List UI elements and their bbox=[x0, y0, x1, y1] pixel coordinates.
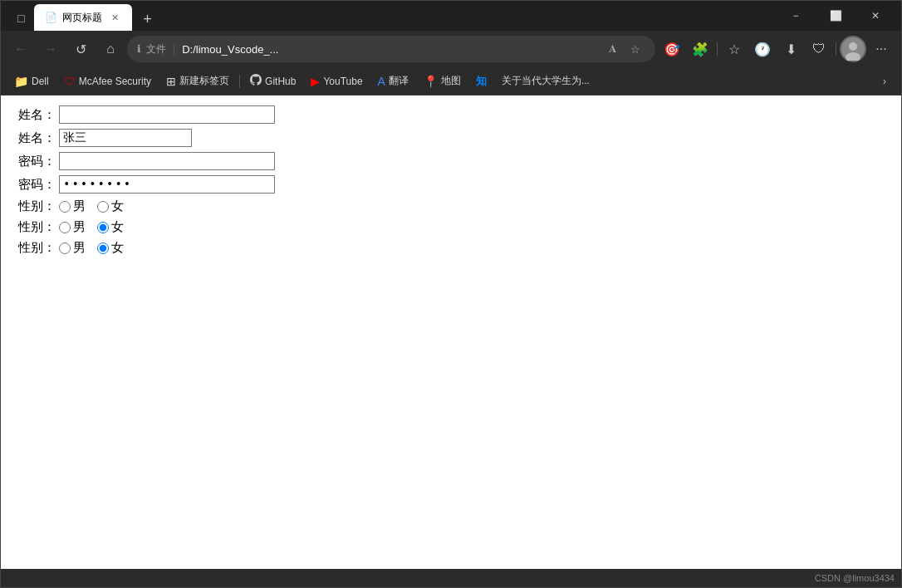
input-name-filled[interactable] bbox=[59, 129, 192, 147]
titlebar: □ 📄 网页标题 ✕ + − ⬜ ✕ bbox=[1, 1, 901, 31]
form-row-gender-3: 性别： 男 女 bbox=[14, 240, 888, 256]
svg-point-1 bbox=[849, 42, 857, 51]
tab-icon-inactive: □ bbox=[17, 12, 24, 25]
profile-avatar bbox=[841, 37, 865, 61]
maps-icon: 📍 bbox=[424, 75, 438, 88]
radio-female-1-label[interactable]: 女 bbox=[97, 198, 124, 214]
forward-button[interactable]: → bbox=[37, 36, 64, 62]
bookmark-zhihu[interactable]: 知 bbox=[469, 71, 493, 92]
read-aloud-button[interactable]: 𝐀 bbox=[602, 39, 622, 59]
bookmark-article-label: 关于当代大学生为... bbox=[502, 74, 590, 88]
label-gender-2: 性别： bbox=[14, 219, 56, 235]
newtab-icon: ⊞ bbox=[166, 75, 176, 88]
bookmark-newtab-label: 新建标签页 bbox=[179, 74, 229, 88]
label-gender-1: 性别： bbox=[14, 198, 56, 214]
radio-male-3-label[interactable]: 男 bbox=[59, 240, 86, 256]
address-divider: | bbox=[173, 43, 175, 55]
nav-actions: 🎯 🧩 ☆ 🕐 ⬇ 🛡 ··· bbox=[659, 36, 895, 62]
label-gender-3: 性别： bbox=[14, 240, 56, 256]
mcafee-icon: 🛡 bbox=[64, 75, 76, 88]
refresh-button[interactable]: ↺ bbox=[67, 36, 94, 62]
bookmark-newtab[interactable]: ⊞ 新建标签页 bbox=[159, 71, 236, 91]
label-name-1: 姓名： bbox=[14, 107, 56, 123]
radio-male-2-label[interactable]: 男 bbox=[59, 219, 86, 235]
address-text: D:/limou_Vscode_... bbox=[182, 43, 597, 56]
form-row-gender-2: 性别： 男 女 bbox=[14, 219, 888, 235]
radio-female-2-label[interactable]: 女 bbox=[97, 219, 124, 235]
radio-female-3-label[interactable]: 女 bbox=[97, 240, 124, 256]
downloads-button[interactable]: ⬇ bbox=[777, 36, 804, 62]
collections-button[interactable]: 🎯 bbox=[659, 36, 685, 62]
radio-male-2[interactable] bbox=[59, 222, 71, 233]
input-password-filled[interactable] bbox=[59, 175, 275, 194]
translate-icon: A bbox=[378, 75, 385, 88]
radio-group-1: 男 女 bbox=[59, 198, 132, 214]
nav-divider bbox=[717, 42, 718, 56]
address-bar[interactable]: ℹ 文件 | D:/limou_Vscode_... 𝐀 ☆ bbox=[127, 36, 655, 62]
radio-group-3: 男 女 bbox=[59, 240, 132, 256]
close-button[interactable]: ✕ bbox=[856, 3, 895, 28]
info-icon: ℹ bbox=[137, 43, 141, 55]
tab-close-button[interactable]: ✕ bbox=[107, 10, 122, 25]
input-name-empty[interactable] bbox=[59, 105, 275, 124]
extensions-button[interactable]: 🧩 bbox=[687, 36, 713, 62]
female-label-2: 女 bbox=[111, 219, 124, 235]
tab-favicon: 📄 bbox=[44, 11, 57, 24]
zhihu-icon: 知 bbox=[476, 74, 487, 89]
bookmark-github-label: GitHub bbox=[265, 76, 296, 87]
titlebar-tabs: □ 📄 网页标题 ✕ + bbox=[7, 1, 770, 31]
bookmark-translate[interactable]: A 翻译 bbox=[371, 71, 415, 91]
radio-male-3[interactable] bbox=[59, 243, 71, 254]
github-icon bbox=[250, 74, 262, 88]
restore-button[interactable]: ⬜ bbox=[816, 3, 855, 28]
address-file-label: 文件 bbox=[146, 42, 166, 56]
bookmark-github[interactable]: GitHub bbox=[243, 71, 302, 91]
nav-divider-2 bbox=[836, 42, 836, 56]
status-text: CSDN @limou3434 bbox=[815, 573, 895, 583]
input-password-empty[interactable] bbox=[59, 152, 275, 170]
navbar: ← → ↺ ⌂ ℹ 文件 | D:/limou_Vscode_... 𝐀 ☆ 🎯… bbox=[1, 31, 901, 67]
bookmarks-bar: 📁 Dell 🛡 McAfee Security ⊞ 新建标签页 GitHub … bbox=[1, 67, 901, 96]
male-label-1: 男 bbox=[73, 198, 86, 214]
window-controls: − ⬜ ✕ bbox=[777, 3, 895, 28]
back-button[interactable]: ← bbox=[7, 36, 34, 62]
profile-button[interactable] bbox=[840, 36, 866, 62]
minimize-button[interactable]: − bbox=[777, 3, 815, 28]
form-row-name-filled: 姓名： bbox=[14, 129, 888, 147]
bookmarks-more-button[interactable]: › bbox=[875, 71, 895, 91]
male-label-3: 男 bbox=[73, 240, 86, 256]
bookmark-youtube[interactable]: ▶ YouTube bbox=[304, 71, 369, 91]
tab-inactive[interactable]: □ bbox=[7, 6, 34, 31]
bookmark-mcafee[interactable]: 🛡 McAfee Security bbox=[57, 71, 158, 91]
tab-active[interactable]: 📄 网页标题 ✕ bbox=[34, 4, 132, 31]
radio-male-1[interactable] bbox=[59, 201, 71, 213]
browser-essentials-button[interactable]: 🛡 bbox=[806, 36, 832, 62]
bookmark-dell[interactable]: 📁 Dell bbox=[7, 71, 56, 91]
radio-male-1-label[interactable]: 男 bbox=[59, 198, 86, 214]
page-content: 姓名： 姓名： 密码： 密码： 性别： 男 bbox=[1, 96, 901, 569]
home-button[interactable]: ⌂ bbox=[97, 36, 124, 62]
radio-female-2[interactable] bbox=[97, 222, 109, 233]
female-label-3: 女 bbox=[111, 240, 124, 256]
form-row-name-empty: 姓名： bbox=[14, 105, 888, 124]
label-password-2: 密码： bbox=[14, 177, 56, 193]
bookmark-maps[interactable]: 📍 地图 bbox=[417, 71, 468, 91]
bookmark-dell-label: Dell bbox=[32, 76, 49, 87]
label-name-2: 姓名： bbox=[14, 130, 56, 146]
favorites-bar-button[interactable]: ☆ bbox=[721, 36, 748, 62]
bookmark-article[interactable]: 关于当代大学生为... bbox=[495, 71, 596, 91]
settings-more-button[interactable]: ··· bbox=[868, 36, 895, 62]
bookmark-mcafee-label: McAfee Security bbox=[79, 76, 151, 87]
statusbar: CSDN @limou3434 bbox=[1, 569, 901, 587]
tab-title: 网页标题 bbox=[62, 11, 102, 25]
dell-icon: 📁 bbox=[14, 75, 28, 88]
bookmark-translate-label: 翻译 bbox=[389, 74, 409, 88]
bookmark-divider bbox=[239, 75, 240, 88]
bookmark-maps-label: 地图 bbox=[441, 74, 461, 88]
radio-female-1[interactable] bbox=[97, 201, 109, 213]
youtube-icon: ▶ bbox=[311, 75, 320, 88]
radio-female-3[interactable] bbox=[97, 243, 109, 254]
favorites-button[interactable]: ☆ bbox=[625, 39, 645, 59]
history-button[interactable]: 🕐 bbox=[749, 36, 776, 62]
new-tab-button[interactable]: + bbox=[135, 7, 159, 31]
